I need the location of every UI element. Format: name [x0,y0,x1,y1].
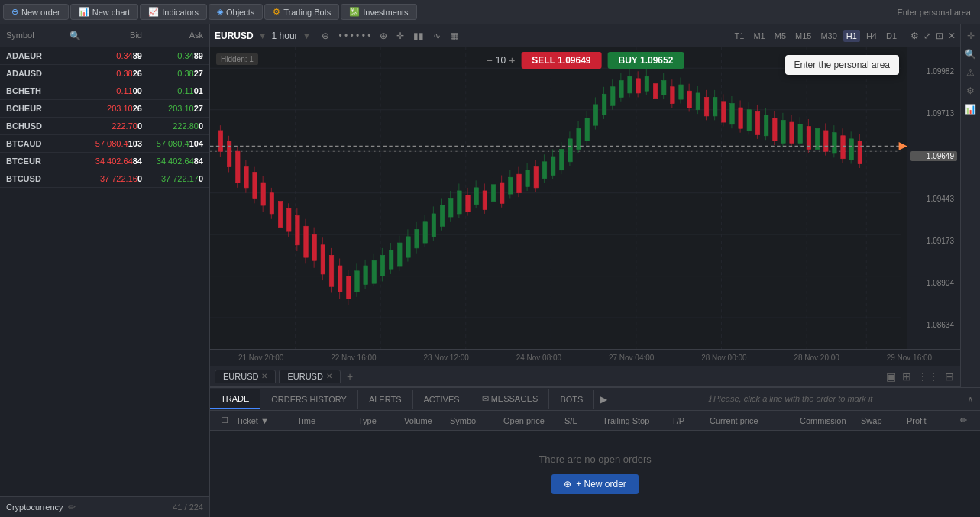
new-order-button[interactable]: ⊕ New order [3,4,69,20]
sl-col[interactable]: S/L [560,415,598,427]
volume-col[interactable]: Volume [399,415,445,427]
close-panel-icon[interactable]: ∧ [967,394,980,405]
chart-body[interactable]: Hidden: 1 − 10 + SELL 1.09649 BUY 1.0965… [210,47,960,349]
symbol-name: BCHETH [6,86,81,95]
svg-rect-81 [517,174,522,193]
list-item[interactable]: BTCEUR 34 402.6484 34 402.6484 [0,153,209,170]
chart-symbol[interactable]: EURUSD [215,31,254,41]
gear-sidebar-icon[interactable]: ⚙ [965,84,976,98]
ticket-col[interactable]: Ticket ▼ [231,415,293,427]
settings-icon[interactable]: ⚙ [910,31,919,41]
tf-btn-h1[interactable]: H1 [843,30,860,42]
crosshair-sidebar-icon[interactable]: ✛ [965,29,976,43]
trading-bots-button[interactable]: ⚙ Trading Bots [264,4,339,20]
alert-sidebar-icon[interactable]: ⚠ [965,66,976,79]
zoom-minus-btn[interactable]: − [487,54,493,66]
list-item[interactable]: BCHETH 0.1100 0.1101 [0,82,209,100]
zoom-sidebar-icon[interactable]: 🔍 [963,47,978,61]
svg-rect-115 [636,79,641,93]
expand-icon[interactable]: ⤢ [923,31,931,41]
chart-tool-plus[interactable]: ⊕ [377,29,390,43]
open-price-col[interactable]: Open price [499,415,560,427]
tab-orders-history[interactable]: ORDERS HISTORY [260,390,358,409]
line-chart-icon[interactable]: ∿ [430,29,444,43]
triple-view-icon[interactable]: ⋮⋮ [916,369,940,384]
chart-timeframe[interactable]: 1 hour [272,31,298,41]
tf-btn-m5[interactable]: M5 [771,30,789,42]
crosshair-icon[interactable]: ✛ [393,29,407,43]
edit-col[interactable]: ✏ [956,414,974,427]
svg-rect-47 [347,276,351,299]
tab-trade[interactable]: TRADE [210,389,260,409]
list-item[interactable]: BCHEUR 203.1026 203.1027 [0,100,209,118]
list-item[interactable]: ADAUSD 0.3826 0.3827 [0,65,209,82]
chart-svg [210,47,960,349]
tf-btn-t1[interactable]: T1 [732,30,748,42]
new-order-table-button[interactable]: ⊕ + New order [551,474,639,494]
tab-bots[interactable]: BOTS [549,390,594,409]
objects-icon: ◈ [217,7,223,17]
zoom-plus-btn[interactable]: + [509,54,515,66]
svg-rect-129 [755,111,760,134]
tp-col[interactable]: T/P [667,415,705,427]
zoom-controls: − 10 + [487,54,516,66]
svg-rect-43 [329,255,334,286]
close-tab-2-icon[interactable]: ✕ [326,372,332,380]
list-item[interactable]: BTCUSD 37 722.160 37 722.170 [0,170,209,188]
chart-tab-2[interactable]: EURUSD ✕ [279,370,340,383]
new-order-icon: ⊕ [11,7,18,17]
svg-rect-59 [398,243,403,266]
tab-messages[interactable]: ✉ MESSAGES [471,389,550,409]
sell-button[interactable]: SELL 1.09649 [521,52,601,69]
tf-btn-m1[interactable]: M1 [750,30,768,42]
new-chart-button[interactable]: 📊 New chart [70,4,139,20]
symbol-col[interactable]: Symbol [445,415,499,427]
tab-actives[interactable]: ACTIVES [413,390,471,409]
tf-btn-m15[interactable]: M15 [792,30,814,42]
chart-tool-dots[interactable]: • • • • • • [335,29,374,43]
svg-rect-41 [321,245,325,274]
list-item[interactable]: BTCAUD 57 080.4103 57 080.4104 [0,135,209,153]
commission-col[interactable]: Commission [795,415,856,427]
category-label: Cryptocurrency [6,502,63,512]
list-item[interactable]: BCHUSD 222.700 222.800 [0,118,209,135]
buy-button[interactable]: BUY 1.09652 [608,52,684,69]
close-icon[interactable]: ✕ [948,31,956,41]
bar-sidebar-icon[interactable]: 📊 [963,102,978,116]
area-chart-icon[interactable]: ▦ [447,29,461,43]
checkbox-col[interactable]: ☐ [216,414,231,427]
dual-view-icon[interactable]: ⊞ [901,369,913,384]
tf-btn-d1[interactable]: D1 [883,30,900,42]
tf-btn-h4[interactable]: H4 [863,30,880,42]
chart-tool-minus[interactable]: ⊖ [319,29,332,43]
bar-chart-icon[interactable]: ▮▮ [410,29,427,43]
symbol-name: BTCUSD [6,174,81,183]
terminal-icon[interactable]: ▶ [594,389,613,409]
indicators-button[interactable]: 📈 Indicators [140,4,207,20]
symbol-ask: 57 080.4104 [142,139,203,148]
profit-col[interactable]: Profit [902,415,956,427]
single-view-icon[interactable]: ▣ [885,369,898,384]
enter-personal-button[interactable]: Enter personal area [897,8,977,17]
time-col[interactable]: Time [293,415,354,427]
curr-price-col[interactable]: Current price [705,415,795,427]
trailing-col[interactable]: Trailing Stop [598,415,667,427]
symbol-ask: 37 722.170 [142,174,203,183]
edit-category-icon[interactable]: ✏ [68,502,76,512]
window-icon[interactable]: ⊡ [936,31,943,41]
objects-button[interactable]: ◈ Objects [209,4,263,20]
swap-col[interactable]: Swap [856,415,902,427]
close-tab-1-icon[interactable]: ✕ [261,372,267,380]
investments-button[interactable]: 💹 Investments [341,4,416,20]
search-icon[interactable]: 🔍 [70,31,81,41]
tab-alerts[interactable]: ALERTS [358,390,413,409]
quad-view-icon[interactable]: ⊟ [943,369,956,384]
list-item[interactable]: ADAEUR 0.3489 0.3489 [0,47,209,65]
chart-tab-1[interactable]: EURUSD ✕ [215,370,276,383]
svg-rect-103 [585,118,590,141]
add-chart-tab-icon[interactable]: + [347,370,353,383]
svg-rect-117 [653,84,658,99]
tf-btn-m30[interactable]: M30 [817,30,839,42]
chart-content: EURUSD ▼ 1 hour ▼ ⊖ • • • • • • ⊕ ✛ ▮▮ ∿… [210,24,960,387]
type-col[interactable]: Type [354,415,399,427]
